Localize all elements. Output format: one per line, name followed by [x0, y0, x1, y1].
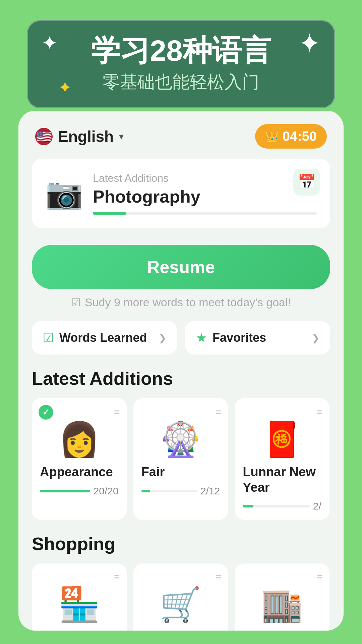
resume-button[interactable]: Resume [32, 245, 330, 289]
words-learned-label: Words Learned [59, 331, 153, 345]
language-name: English [58, 127, 114, 146]
menu-icon-shopping[interactable]: ≡ [216, 572, 222, 583]
latest-additions-label: Latest Additions [93, 172, 317, 184]
top-banner: ✦ ✦ ✦ 学习28种语言 零基础也能轻松入门 [27, 20, 335, 108]
banner-subtitle: 零基础也能轻松入门 [48, 70, 314, 94]
camera-icon: 📷 [45, 176, 83, 211]
sparkle-yellow-icon: ✦ [58, 78, 72, 97]
menu-icon-supermarket[interactable]: ≡ [114, 572, 120, 583]
fair-count: 2/12 [200, 485, 220, 497]
crown-icon: 👑 [265, 130, 279, 143]
latest-additions-grid: ✓ ≡ 👩 Appearance 20/20 ≡ 🎡 Fair 2/12 [32, 398, 330, 520]
words-learned-card[interactable]: ☑ Words Learned ❯ [32, 321, 177, 355]
timer-value: 04:50 [283, 129, 317, 144]
quick-stats: ☑ Words Learned ❯ ★ Favorites ❯ [32, 321, 330, 355]
arrow-right-icon: ❯ [159, 332, 166, 343]
lunar-count: 2/ [313, 500, 321, 512]
category-card-fair[interactable]: ≡ 🎡 Fair 2/12 [133, 398, 228, 520]
sparkle-icon-tr: ✦ [298, 28, 321, 59]
favorites-card[interactable]: ★ Favorites ❯ [185, 321, 330, 355]
shopping-section-title: Shopping [32, 533, 330, 554]
lunar-name: Lunnar New Year [243, 465, 321, 495]
menu-icon-lunar[interactable]: ≡ [317, 406, 323, 418]
photo-info: Latest Additions Photography [93, 172, 317, 215]
category-card-supermarket[interactable]: ≡ 🏪 Supermarket 2/12 [32, 564, 127, 631]
appearance-icon: 👩 [40, 420, 119, 459]
lunar-icon: 🧧 [243, 420, 321, 459]
favorites-label: Favorites [213, 331, 306, 345]
sparkle-icon-tl: ✦ [41, 31, 58, 55]
flag-icon: 🇺🇸 [35, 128, 53, 145]
chevron-down-icon: ▾ [119, 131, 124, 142]
menu-icon-fair[interactable]: ≡ [216, 406, 222, 418]
appearance-progress: 20/20 [40, 485, 119, 497]
category-card-appearance[interactable]: ✓ ≡ 👩 Appearance 20/20 [32, 398, 127, 520]
content-area: 📷 Latest Additions Photography 📅 Resume … [18, 159, 344, 631]
appearance-count: 20/20 [94, 485, 119, 497]
category-card-shops[interactable]: ≡ 🏬 Shops [235, 564, 329, 631]
calendar-icon-button[interactable]: 📅 [293, 169, 320, 196]
category-card-shopping[interactable]: ≡ 🛒 Shopping 2/12 [133, 564, 228, 631]
supermarket-icon: 🏪 [40, 585, 119, 625]
category-card-lunar[interactable]: ≡ 🧧 Lunnar New Year 2/ [235, 398, 329, 520]
timer-badge[interactable]: 👑 04:50 [255, 124, 327, 149]
shopping-grid: ≡ 🏪 Supermarket 2/12 ≡ 🛒 Shopping 2/12 [32, 564, 330, 631]
photo-progress-fill [93, 212, 126, 215]
shops-name: Shops [243, 630, 321, 631]
lunar-progress: 2/ [243, 500, 321, 512]
check-icon-appearance: ✓ [39, 405, 53, 420]
menu-icon-appearance[interactable]: ≡ [114, 406, 120, 418]
menu-icon-shops[interactable]: ≡ [317, 572, 323, 583]
fair-name: Fair [141, 465, 220, 480]
app-header: 🇺🇸 English ▾ 👑 04:50 [18, 111, 344, 159]
supermarket-name: Supermarket [40, 630, 119, 631]
photo-progress-bar [93, 212, 317, 215]
shopping-name: Shopping [141, 630, 220, 631]
goal-icon: ☑ [71, 296, 81, 309]
appearance-name: Appearance [40, 465, 119, 480]
shopping-icon: 🛒 [141, 585, 220, 625]
checkmark-icon: ☑ [43, 330, 54, 345]
main-card: 🇺🇸 English ▾ 👑 04:50 📷 Latest Additions … [18, 111, 344, 631]
banner-title: 学习28种语言 [48, 35, 314, 67]
arrow-right-icon-2: ❯ [312, 332, 319, 343]
star-icon: ★ [196, 330, 207, 345]
goal-text: ☑ Sudy 9 more words to meet today's goal… [32, 296, 330, 309]
fair-icon: 🎡 [141, 420, 220, 459]
photography-card: 📷 Latest Additions Photography 📅 [32, 159, 330, 228]
shops-icon: 🏬 [243, 585, 321, 625]
latest-additions-section-title: Latest Additions [32, 368, 330, 389]
photo-title: Photography [93, 186, 317, 207]
language-selector[interactable]: 🇺🇸 English ▾ [35, 127, 124, 146]
fair-progress: 2/12 [141, 485, 220, 497]
